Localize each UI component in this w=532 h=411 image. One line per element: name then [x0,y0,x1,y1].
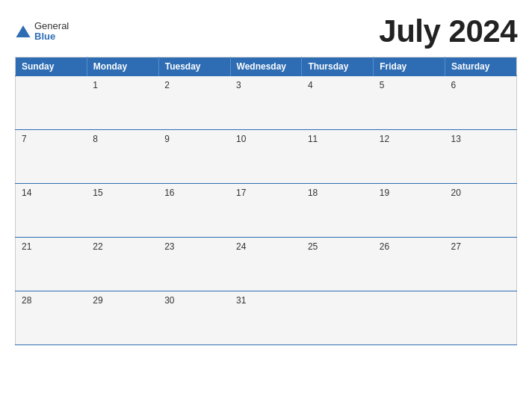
day-number: 24 [236,241,246,252]
calendar-page: General Blue July 2024 Sunday Monday Tue… [0,0,532,411]
calendar-cell: 4 [302,76,374,130]
calendar-cell: 23 [158,238,230,291]
day-number: 22 [93,241,102,252]
calendar-header-row: Sunday Monday Tuesday Wednesday Thursday… [16,58,517,76]
calendar-cell: 6 [445,76,517,130]
calendar-cell: 10 [230,130,302,184]
logo-text: General Blue [34,21,69,43]
calendar-cell: 27 [445,238,517,291]
calendar-cell: 12 [374,130,445,184]
calendar-cell: 11 [302,130,374,184]
day-number: 27 [451,241,461,252]
logo-icon [15,23,31,40]
calendar-cell: 21 [16,238,87,291]
calendar-cell: 14 [16,184,87,238]
calendar-week-row: 123456 [16,76,517,130]
day-number: 17 [236,188,246,198]
calendar-cell: 31 [230,291,302,345]
day-number: 16 [164,188,174,198]
calendar-cell: 16 [158,184,230,238]
col-friday: Friday [374,58,445,76]
day-number: 1 [93,80,98,90]
day-number: 30 [164,295,174,306]
calendar-cell: 8 [87,130,158,184]
calendar-cell: 1 [87,76,158,130]
col-tuesday: Tuesday [158,58,230,76]
day-number: 28 [22,295,31,306]
calendar-cell: 13 [445,130,517,184]
calendar-cell [16,76,87,130]
calendar-cell: 7 [16,130,87,184]
day-number: 25 [308,241,318,252]
day-number: 31 [236,295,246,306]
day-number: 7 [22,134,27,144]
calendar-cell [302,291,374,345]
calendar-cell: 26 [374,238,445,291]
logo: General Blue [15,21,69,43]
day-number: 29 [93,295,102,306]
calendar-cell: 3 [230,76,302,130]
col-thursday: Thursday [302,58,374,76]
day-number: 3 [236,80,241,90]
col-saturday: Saturday [445,58,517,76]
calendar-table: Sunday Monday Tuesday Wednesday Thursday… [15,57,517,345]
day-number: 5 [380,80,385,90]
calendar-week-row: 78910111213 [16,130,517,184]
calendar-week-row: 14151617181920 [16,184,517,238]
calendar-cell: 29 [87,291,158,345]
calendar-cell: 5 [374,76,445,130]
day-number: 10 [236,134,246,144]
day-number: 21 [22,241,31,252]
col-wednesday: Wednesday [230,58,302,76]
day-number: 9 [164,134,170,144]
calendar-cell: 28 [16,291,87,345]
calendar-cell: 22 [87,238,158,291]
calendar-cell [445,291,517,345]
col-sunday: Sunday [16,58,87,76]
calendar-cell: 17 [230,184,302,238]
day-number: 2 [164,80,170,90]
day-number: 26 [380,241,389,252]
calendar-cell: 19 [374,184,445,238]
month-title: July 2024 [379,13,517,49]
logo-blue: Blue [34,31,69,42]
day-number: 12 [380,134,389,144]
calendar-cell: 15 [87,184,158,238]
day-number: 19 [380,188,389,198]
day-number: 14 [22,188,31,198]
calendar-cell: 24 [230,238,302,291]
calendar-cell: 18 [302,184,374,238]
day-number: 11 [308,134,318,144]
day-number: 8 [93,134,98,144]
day-number: 6 [451,80,457,90]
calendar-cell [374,291,445,345]
logo-general: General [34,21,69,31]
calendar-week-row: 28293031 [16,291,517,345]
calendar-week-row: 21222324252627 [16,238,517,291]
calendar-cell: 25 [302,238,374,291]
calendar-cell: 9 [158,130,230,184]
day-number: 13 [451,134,461,144]
calendar-cell: 30 [158,291,230,345]
day-number: 18 [308,188,318,198]
day-number: 15 [93,188,102,198]
header: General Blue July 2024 [15,13,517,49]
calendar-cell: 20 [445,184,517,238]
calendar-cell: 2 [158,76,230,130]
day-number: 20 [451,188,461,198]
day-number: 4 [308,80,313,90]
col-monday: Monday [87,58,158,76]
day-number: 23 [164,241,174,252]
